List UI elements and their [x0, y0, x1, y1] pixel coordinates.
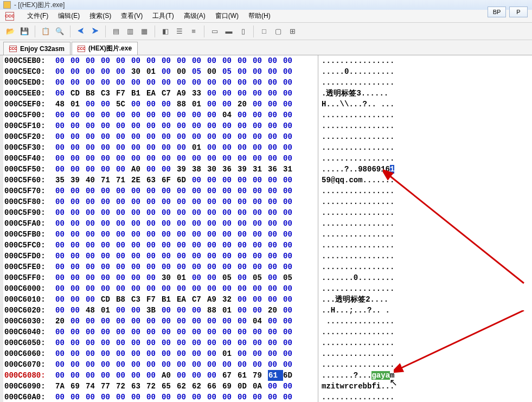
hex-row[interactable]: 000C5F40:0000000000000000000000000000000…: [3, 153, 532, 164]
hex-row[interactable]: 000C5FF0:0000000000000030010000050005000…: [3, 272, 532, 283]
hex-row[interactable]: 000C5F50:0000000000A00000393830363931363…: [3, 164, 532, 175]
tool9-icon[interactable]: ▯: [237, 25, 249, 37]
hex-bytes[interactable]: 00000000000000000000000000000000: [52, 240, 298, 251]
hex-bytes[interactable]: 00000000000000000000000100000000: [52, 348, 298, 359]
hex-row[interactable]: 000C5F00:0000000000000000000000040000000…: [3, 110, 532, 120]
hex-bytes[interactable]: 00000000000000000000000000000000: [52, 207, 298, 218]
hex-bytes[interactable]: 00000000000000000000000400000000: [52, 110, 298, 120]
hex-bytes[interactable]: 00000000000000000000000000000000: [52, 359, 298, 370]
hex-row[interactable]: 000C5FE0:0000000000000000000000000000000…: [3, 261, 532, 272]
hex-row[interactable]: 000C5F80:0000000000000000000000000000000…: [3, 196, 532, 207]
hex-bytes[interactable]: 0000480100003B000000880100002000: [52, 305, 298, 316]
ascii-row[interactable]: ................: [322, 77, 394, 88]
hex-row[interactable]: 000C5FD0:0000000000000000000000000000000…: [3, 251, 532, 261]
ascii-row[interactable]: ................: [322, 153, 394, 164]
hex-row[interactable]: 000C6070:0000000000000000000000000000000…: [3, 359, 532, 370]
hex-row[interactable]: 000C5F20:0000000000000000000000000000000…: [3, 131, 532, 142]
hex-row[interactable]: 000C5EE0:00CDB8C3F7B1EAC7A93300000000000…: [3, 88, 532, 99]
menu-tools[interactable]: 工具(T): [152, 11, 174, 21]
hex-row[interactable]: 000C5FA0:0000000000000000000000000000000…: [3, 218, 532, 229]
hex-row[interactable]: 000C5EB0:0000000000000000000000000000000…: [3, 55, 532, 66]
tool2-icon[interactable]: ▥: [124, 25, 136, 37]
hex-bytes[interactable]: 000000CDB8C3F7B1EAC7A93200000000: [52, 294, 298, 305]
ascii-row[interactable]: ................: [322, 186, 394, 196]
hex-bytes[interactable]: 00000000000000000000000000000000: [52, 196, 298, 207]
menu-help[interactable]: 帮助(H): [248, 11, 271, 21]
hex-bytes[interactable]: 00000000000000000000000000000000: [52, 153, 298, 164]
hex-bytes[interactable]: 0000000000A000003938303639313631: [52, 164, 298, 175]
ascii-row[interactable]: ................: [322, 251, 394, 261]
tool6-icon[interactable]: ≡: [188, 25, 200, 37]
forward-icon[interactable]: ⮞: [89, 25, 101, 37]
ascii-row[interactable]: ...............: [322, 316, 394, 327]
hex-row[interactable]: 000C6010:000000CDB8C3F7B1EAC7A9320000000…: [3, 294, 532, 305]
hex-bytes[interactable]: 00000000000000000000000000000000: [52, 229, 298, 240]
hex-row[interactable]: 000C6020:0000480100003B00000088010000200…: [3, 305, 532, 316]
hex-bytes[interactable]: 00000000003001000005000500000000: [52, 66, 298, 77]
menu-search[interactable]: 搜索(S): [89, 11, 111, 21]
ascii-row[interactable]: mzitwrcrebbfi...: [322, 381, 394, 392]
tool10-icon[interactable]: □: [258, 25, 270, 37]
hex-row[interactable]: 000C60A0:0000000000000000000000000000000…: [3, 392, 532, 402]
hex-bytes[interactable]: 00000000000000000000000000000000: [52, 283, 298, 294]
hex-row[interactable]: 000C6040:0000000000000000000000000000000…: [3, 327, 532, 337]
hex-row[interactable]: 000C6080:00000000000000A0000000676179616…: [3, 370, 532, 381]
ascii-row[interactable]: ................: [322, 283, 394, 294]
ascii-row[interactable]: ................: [322, 359, 394, 370]
menu-advanced[interactable]: 高级(A): [184, 11, 206, 21]
tool1-icon[interactable]: ▤: [110, 25, 122, 37]
hex-bytes[interactable]: 00CDB8C3F7B1EAC7A933000000000000: [52, 88, 298, 99]
hex-bytes[interactable]: 00000000000000000000000000000000: [52, 131, 298, 142]
hex-bytes[interactable]: 7A69747772637265626266690D0A0000: [52, 381, 298, 392]
tool8-icon[interactable]: ▬: [223, 25, 235, 37]
hex-row[interactable]: 000C6060:0000000000000000000000010000000…: [3, 348, 532, 359]
hex-bytes[interactable]: 00000000000000300100000500050005: [52, 272, 298, 283]
hex-row[interactable]: 000C6000:0000000000000000000000000000000…: [3, 283, 532, 294]
ascii-row[interactable]: ................: [322, 229, 394, 240]
ascii-row[interactable]: .....?..98069161: [322, 164, 394, 175]
ascii-row[interactable]: ................: [322, 337, 394, 348]
hex-bytes[interactable]: 00000000000000A0000000676179616D: [52, 370, 298, 381]
ascii-row[interactable]: H...\\...?.. ...: [322, 99, 394, 110]
ascii-row[interactable]: ................: [322, 327, 394, 337]
menu-window[interactable]: 窗口(W): [215, 11, 239, 21]
hex-bytes[interactable]: 00000000000000000000000000000000: [52, 337, 298, 348]
menu-edit[interactable]: 编辑(E): [58, 11, 80, 21]
tab-c32asm[interactable]: CCC Enjoy C32asm: [3, 42, 70, 55]
hex-row[interactable]: 000C5F60:35394071712E636F6D0000000000000…: [3, 175, 532, 186]
ascii-row[interactable]: ................: [322, 142, 394, 153]
ascii-row[interactable]: .......0........: [322, 272, 394, 283]
copy-icon[interactable]: 📋: [40, 25, 52, 37]
tool7-icon[interactable]: ▭: [209, 25, 221, 37]
hex-bytes[interactable]: 00000000000000000000000000000000: [52, 120, 298, 131]
hex-row[interactable]: 000C5F90:0000000000000000000000000000000…: [3, 207, 532, 218]
hex-bytes[interactable]: 00000000000000000000000000000000: [52, 261, 298, 272]
bp-button[interactable]: BP: [488, 7, 506, 17]
open-icon[interactable]: 📂: [4, 25, 16, 37]
hex-row[interactable]: 000C5ED0:0000000000000000000000000000000…: [3, 77, 532, 88]
hex-row[interactable]: 000C5F30:0000000000000000000100000000000…: [3, 142, 532, 153]
ascii-row[interactable]: ................: [322, 131, 394, 142]
hex-bytes[interactable]: 00000000000000000000000000000000: [52, 55, 298, 66]
hex-row[interactable]: 000C6030:2000000000000000000000000004000…: [3, 316, 532, 327]
ascii-row[interactable]: ................: [322, 207, 394, 218]
hex-bytes[interactable]: 00000000000000000000000000000000: [52, 186, 298, 196]
ascii-row[interactable]: ................: [322, 261, 394, 272]
hex-viewer[interactable]: 000C5EB0:0000000000000000000000000000000…: [0, 55, 532, 402]
ascii-row[interactable]: ................: [322, 55, 394, 66]
hex-bytes[interactable]: 20000000000000000000000000040000: [52, 316, 298, 327]
hex-row[interactable]: 000C6050:0000000000000000000000000000000…: [3, 337, 532, 348]
tool11-icon[interactable]: ▢: [272, 25, 284, 37]
menu-view[interactable]: 查看(V): [121, 11, 143, 21]
hex-row[interactable]: 000C6090:7A69747772637265626266690D0A000…: [3, 381, 532, 392]
ascii-row[interactable]: ................: [322, 110, 394, 120]
hex-row[interactable]: 000C5FB0:0000000000000000000000000000000…: [3, 229, 532, 240]
ascii-row[interactable]: ................: [322, 196, 394, 207]
ascii-row[interactable]: ................: [322, 218, 394, 229]
ascii-row[interactable]: ................: [322, 348, 394, 359]
ascii-row[interactable]: 59@qq.com.......: [322, 175, 394, 186]
find-icon[interactable]: 🔍: [54, 25, 66, 37]
ascii-row[interactable]: .透明标签3......: [322, 88, 394, 99]
hex-bytes[interactable]: 35394071712E636F6D00000000000000: [52, 175, 298, 186]
back-icon[interactable]: ⮜: [75, 25, 87, 37]
